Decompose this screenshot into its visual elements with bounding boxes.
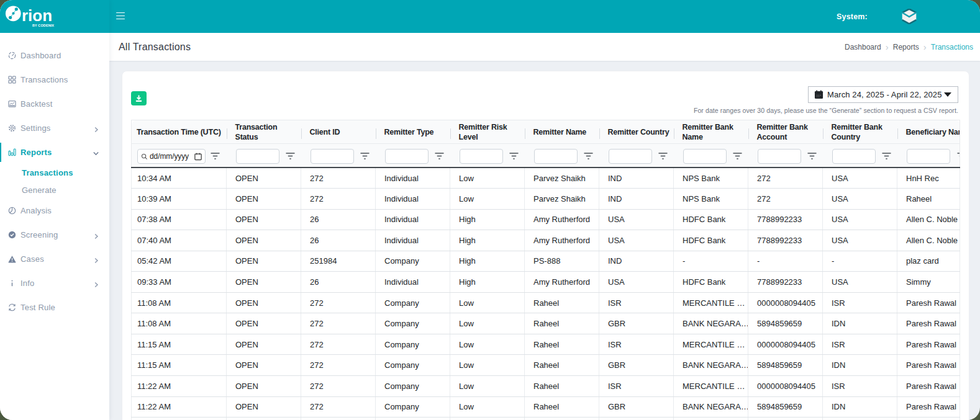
svg-text:rion: rion bbox=[22, 6, 52, 25]
svg-text:BY CODENIX: BY CODENIX bbox=[32, 24, 54, 27]
